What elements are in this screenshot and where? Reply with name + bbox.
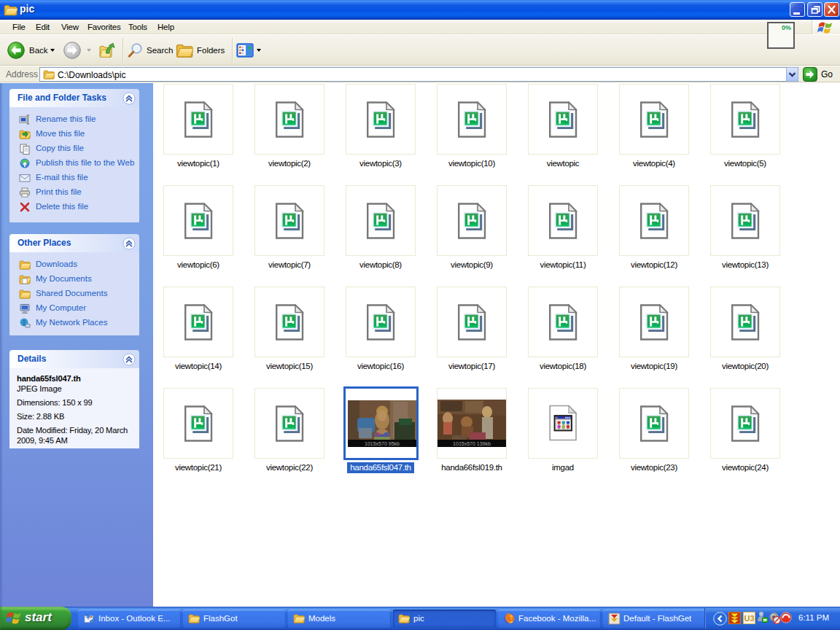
- svg-text:1015x570 139kb: 1015x570 139kb: [453, 441, 491, 446]
- svg-text:U3: U3: [744, 614, 754, 623]
- svg-text:1015x570 95kb: 1015x570 95kb: [365, 441, 400, 446]
